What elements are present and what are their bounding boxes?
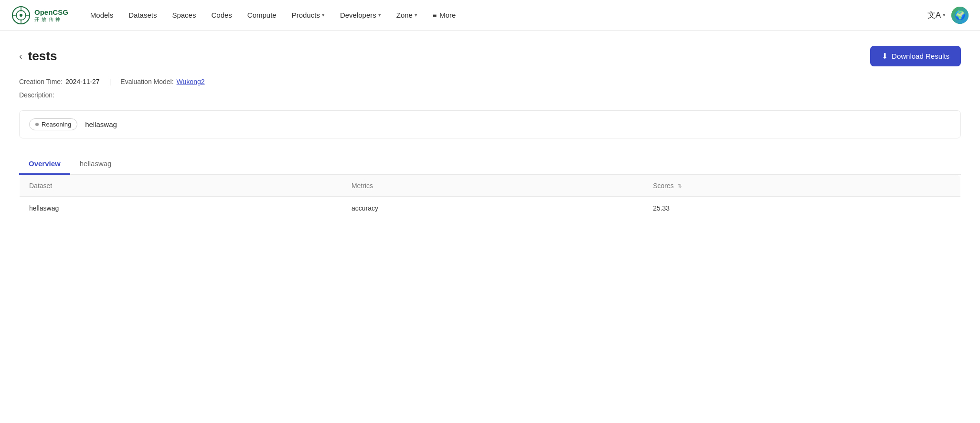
nav-developers[interactable]: Developers ▾ <box>333 7 388 23</box>
navbar: OpenCSG 开 放 传 神 Models Datasets Spaces C… <box>0 0 980 31</box>
download-results-button[interactable]: ⬇ Download Results <box>870 46 961 66</box>
nav-links: Models Datasets Spaces Codes Compute Pro… <box>84 7 927 23</box>
nav-spaces[interactable]: Spaces <box>165 7 202 23</box>
main-content: ‹ tests ⬇ Download Results Creation Time… <box>0 31 980 423</box>
description-label: Description: <box>19 91 54 99</box>
nav-right: 文A ▾ 🌍 <box>927 7 969 24</box>
description-row: Description: <box>19 91 961 99</box>
table-header-row: Dataset Metrics Scores ⇅ <box>20 175 961 197</box>
nav-codes[interactable]: Codes <box>204 7 238 23</box>
lang-chevron-icon: ▾ <box>943 12 946 18</box>
logo-name: OpenCSG <box>34 8 68 17</box>
avatar[interactable]: 🌍 <box>951 7 969 24</box>
logo-sub: 开 放 传 神 <box>34 17 68 22</box>
meta-divider: | <box>109 78 111 85</box>
nav-datasets[interactable]: Datasets <box>122 7 163 23</box>
table-row: hellaswag accuracy 25.33 <box>20 197 961 220</box>
logo[interactable]: OpenCSG 开 放 传 神 <box>11 6 68 25</box>
download-icon: ⬇ <box>882 52 888 61</box>
creation-value: 2024-11-27 <box>65 78 100 85</box>
reasoning-tag: Reasoning <box>29 118 77 130</box>
nav-models[interactable]: Models <box>84 7 120 23</box>
tags-section: Reasoning hellaswag <box>19 110 961 138</box>
nav-more[interactable]: ≡ More <box>426 7 462 23</box>
products-chevron-icon: ▾ <box>322 12 325 18</box>
svg-point-2 <box>20 14 22 17</box>
language-icon: 文A <box>927 10 941 21</box>
tab-hellaswag[interactable]: hellaswag <box>70 154 121 175</box>
eval-model-link[interactable]: Wukong2 <box>177 78 205 85</box>
tag-dataset-name: hellaswag <box>85 120 117 128</box>
col-scores[interactable]: Scores ⇅ <box>643 175 960 197</box>
tabs-row: Overview hellaswag <box>19 154 961 175</box>
cell-dataset: hellaswag <box>20 197 342 220</box>
language-selector[interactable]: 文A ▾ <box>927 10 946 21</box>
col-dataset: Dataset <box>20 175 342 197</box>
nav-products[interactable]: Products ▾ <box>285 7 331 23</box>
eval-label: Evaluation Model: <box>120 78 173 85</box>
page-header: ‹ tests ⬇ Download Results <box>19 46 961 66</box>
col-metrics: Metrics <box>342 175 643 197</box>
cell-metrics: accuracy <box>342 197 643 220</box>
zone-chevron-icon: ▾ <box>415 12 417 18</box>
tag-dot-icon <box>35 123 39 126</box>
cell-scores: 25.33 <box>643 197 960 220</box>
results-table: Dataset Metrics Scores ⇅ hellaswag accur… <box>19 175 961 220</box>
tab-overview[interactable]: Overview <box>19 154 70 175</box>
meta-row: Creation Time: 2024-11-27 | Evaluation M… <box>19 78 961 85</box>
back-button[interactable]: ‹ <box>19 51 22 62</box>
avatar-image: 🌍 <box>951 7 969 24</box>
creation-label: Creation Time: <box>19 78 63 85</box>
page-title: tests <box>28 49 57 63</box>
developers-chevron-icon: ▾ <box>378 12 381 18</box>
nav-zone[interactable]: Zone ▾ <box>390 7 424 23</box>
more-list-icon: ≡ <box>433 11 437 19</box>
nav-compute[interactable]: Compute <box>241 7 283 23</box>
title-row: ‹ tests <box>19 49 57 63</box>
tag-label: Reasoning <box>42 121 71 128</box>
scores-sort-icon: ⇅ <box>678 183 682 189</box>
